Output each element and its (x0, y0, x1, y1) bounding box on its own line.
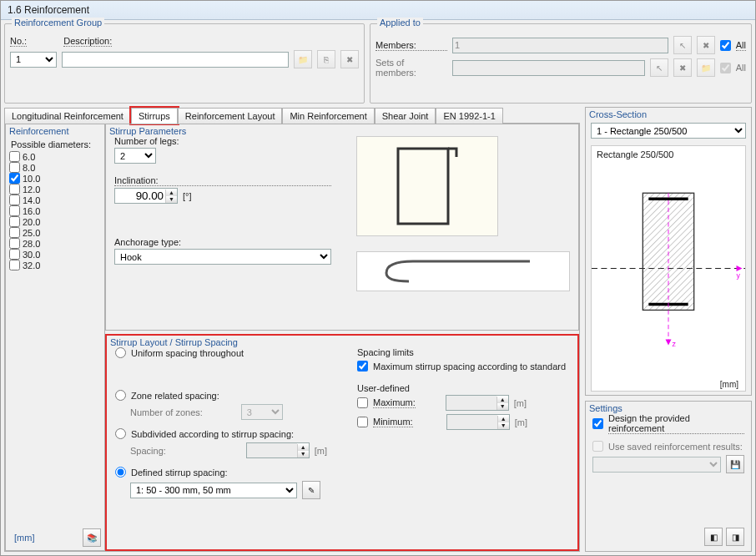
all-sets-checkbox (720, 63, 731, 73)
uniform-spacing-option[interactable]: Uniform spacing throughout (115, 347, 332, 358)
design-provided-checkbox[interactable] (592, 418, 603, 429)
reinforcement-legend: Reinforcement (9, 126, 69, 136)
folder-icon[interactable]: 📁 (294, 50, 312, 68)
settings-panel: Settings Design the provided reinforceme… (585, 401, 752, 552)
user-min-input (447, 415, 497, 429)
num-zones-select: 3 (241, 404, 283, 420)
pick-members-icon[interactable]: ↖ (673, 36, 692, 54)
anchorage-select[interactable]: Hook (114, 249, 331, 265)
save-results-icon[interactable]: 💾 (726, 455, 744, 473)
tab-min-reinforcement[interactable]: Min Reinforcement (282, 108, 374, 124)
user-max-checkbox[interactable] (357, 397, 368, 408)
list-item[interactable]: 6.0 (9, 151, 101, 162)
edit-spacing-icon[interactable]: ✎ (302, 481, 320, 499)
design-provided-checkbox-row[interactable]: Design the provided reinforcement (592, 413, 744, 434)
applied-to-legend: Applied to (377, 18, 423, 28)
use-saved-checkbox-row[interactable]: Use saved reinforcement results: (592, 441, 744, 452)
defined-spacing-select[interactable]: 1: 50 - 300 mm, 50 mm (130, 483, 297, 498)
cross-section-label: Rectangle 250/500 (597, 149, 673, 159)
max-standard-checkbox[interactable] (357, 361, 368, 372)
toolbar-btn-2-icon[interactable]: ◨ (726, 528, 744, 546)
cross-section-unit: [mm] (720, 380, 738, 389)
spinner-up-icon: ▲ (497, 397, 508, 403)
tab-longitudinal[interactable]: Longitudinal Reinforcement (4, 108, 131, 124)
reinforcement-panel: Reinforcement Possible diameters: 6.0 8.… (5, 124, 105, 551)
inclination-input[interactable] (115, 189, 165, 203)
legs-label: Number of legs: (114, 136, 331, 146)
tab-reinforcement-layout[interactable]: Reinforcement Layout (178, 108, 283, 124)
description-input[interactable] (62, 52, 289, 68)
defined-spacing-option[interactable]: Defined stirrup spacing: (115, 467, 332, 478)
spacing-limits-label: Spacing limits (357, 347, 569, 357)
spinner-down-icon[interactable]: ▼ (166, 196, 177, 203)
spacing-spinner: ▲▼ (246, 442, 310, 458)
toolbar-btn-1-icon[interactable]: ◧ (704, 528, 723, 546)
spinner-down-icon: ▼ (298, 451, 309, 457)
cross-section-panel: Cross-Section 1 - Rectangle 250/500 Rect… (585, 107, 752, 396)
legs-select[interactable]: 2 (114, 148, 156, 164)
folder-sets-icon[interactable]: 📁 (697, 58, 715, 77)
list-item[interactable]: 20.0 (9, 216, 101, 227)
user-min-checkbox[interactable] (357, 417, 368, 427)
mm-unit-label: [mm] (9, 533, 34, 543)
cross-section-preview: Rectangle 250/500 (591, 145, 746, 392)
list-item[interactable]: 30.0 (9, 249, 101, 260)
svg-rect-0 (398, 149, 448, 224)
stirrup-parameters-panel: Stirrup Parameters Number of legs: 2 Inc… (105, 124, 579, 331)
spinner-up-icon: ▲ (298, 444, 309, 451)
sets-input (452, 60, 645, 76)
list-item[interactable]: 28.0 (9, 238, 101, 249)
tab-shear-joint[interactable]: Shear Joint (375, 108, 436, 124)
inclination-spinner[interactable]: ▲▼ (114, 188, 178, 204)
spacing-input (247, 443, 297, 457)
reinforcement-group-legend: Reinforcement Group (12, 18, 104, 28)
subdivided-option[interactable]: Subdivided according to stirrup spacing: (115, 428, 332, 439)
list-item[interactable]: 32.0 (9, 260, 101, 270)
all-members-label: All (736, 40, 746, 51)
list-item[interactable]: 16.0 (9, 205, 101, 216)
no-select[interactable]: 1 (10, 52, 57, 68)
spinner-up-icon[interactable]: ▲ (166, 190, 177, 196)
no-label: No.: (10, 36, 27, 47)
design-provided-label: Design the provided reinforcement (608, 413, 744, 434)
zone-spacing-option[interactable]: Zone related spacing: (115, 390, 332, 401)
max-standard-checkbox-row[interactable]: Maximum stirrup spacing according to sta… (357, 361, 569, 372)
stirrup-shape-preview (356, 136, 498, 236)
spinner-up-icon: ▲ (498, 416, 509, 422)
svg-text:z: z (672, 340, 676, 348)
list-item[interactable]: 10.0 (9, 173, 101, 184)
spinner-down-icon: ▼ (498, 422, 509, 429)
inclination-label: Inclination: (114, 175, 331, 186)
pick-sets-icon[interactable]: ↖ (650, 58, 668, 77)
hook-preview (356, 251, 570, 291)
clear-members-icon[interactable]: ✖ (697, 36, 715, 54)
list-item[interactable]: 14.0 (9, 195, 101, 205)
window: 1.6 Reinforcement Reinforcement Group No… (0, 0, 756, 556)
tab-en1992[interactable]: EN 1992-1-1 (436, 108, 502, 124)
clear-sets-icon[interactable]: ✖ (673, 58, 692, 77)
user-defined-label: User-defined (357, 383, 569, 393)
delete-icon[interactable]: ✖ (340, 50, 359, 68)
description-label: Description: (63, 36, 112, 47)
tab-stirrups[interactable]: Stirrups (131, 108, 178, 124)
copy-icon[interactable]: ⎘ (317, 50, 335, 68)
list-item[interactable]: 12.0 (9, 184, 101, 195)
all-members-checkbox[interactable] (720, 40, 731, 51)
stirrup-parameters-legend: Stirrup Parameters (109, 126, 186, 136)
all-sets-label: All (736, 63, 746, 73)
cross-section-select[interactable]: 1 - Rectangle 250/500 (591, 123, 746, 139)
user-max-label: Maximum: (373, 397, 416, 408)
list-item[interactable]: 25.0 (9, 227, 101, 238)
user-max-input (446, 396, 496, 410)
library-icon[interactable]: 📚 (83, 528, 101, 547)
sets-label: Sets of members: (375, 58, 447, 78)
applied-to-panel: Applied to Members: ↖ ✖ All Sets of memb… (370, 23, 752, 104)
members-label: Members: (375, 40, 447, 51)
user-min-label: Minimum: (373, 417, 413, 427)
saved-results-select (592, 457, 721, 473)
stirrup-layout-panel: Stirrup Layout / Stirrup Spacing Uniform… (105, 334, 579, 551)
spinner-down-icon: ▼ (497, 403, 508, 410)
user-min-spinner: ▲▼ (446, 414, 510, 430)
cross-section-legend: Cross-Section (589, 109, 647, 119)
list-item[interactable]: 8.0 (9, 162, 101, 173)
